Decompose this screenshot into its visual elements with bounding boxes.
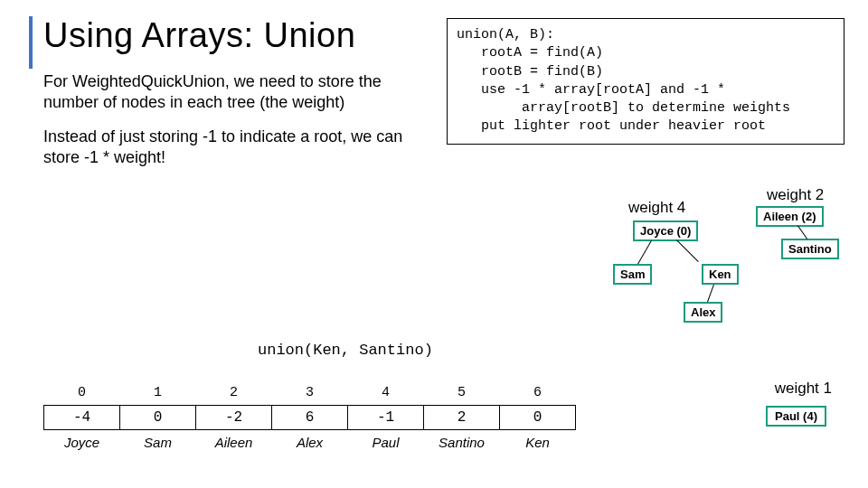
name-cell: Aileen [196,429,272,454]
node-alex: Alex [684,302,722,323]
value-row: -4 0 -2 6 -1 2 0 [44,405,576,429]
name-cell: Santino [424,429,500,454]
idx-cell: 5 [424,380,500,405]
idx-cell: 1 [120,380,196,405]
node-santino: Santino [781,239,839,259]
node-aileen: Aileen (2) [756,206,824,227]
name-cell: Joyce [44,429,120,454]
idx-cell: 4 [348,380,424,405]
val-cell: -2 [196,405,272,429]
weight-4-label: weight 4 [628,199,685,217]
union-call-text: union(Ken, Santino) [258,342,433,359]
node-ken: Ken [702,264,739,285]
weight-1-label: weight 1 [775,380,832,398]
idx-cell: 0 [44,380,120,405]
val-cell: -4 [44,405,120,429]
name-cell: Sam [120,429,196,454]
val-cell: 6 [272,405,348,429]
name-cell: Paul [348,429,424,454]
val-cell: 0 [500,405,576,429]
idx-cell: 2 [196,380,272,405]
idx-cell: 3 [272,380,348,405]
paragraph-1: For WeightedQuickUnion, we need to store… [43,71,432,112]
name-cell: Ken [500,429,576,454]
val-cell: 0 [120,405,196,429]
node-paul: Paul (4) [766,406,826,427]
array-table: 0 1 2 3 4 5 6 -4 0 -2 6 -1 2 0 Joyce Sam… [43,380,576,454]
val-cell: -1 [348,405,424,429]
accent-bar [29,16,33,69]
name-cell: Alex [272,429,348,454]
edge-aileen-santino [797,225,807,239]
edge-joyce-ken [676,239,699,262]
idx-cell: 6 [500,380,576,405]
weight-2-label: weight 2 [767,186,824,204]
node-sam: Sam [613,264,652,285]
pseudocode-box: union(A, B): rootA = find(A) rootB = fin… [447,18,844,145]
index-row: 0 1 2 3 4 5 6 [44,380,576,405]
node-joyce: Joyce (0) [633,221,698,241]
paragraph-2: Instead of just storing -1 to indicate a… [43,127,432,167]
val-cell: 2 [424,405,500,429]
name-row: Joyce Sam Aileen Alex Paul Santino Ken [44,429,576,454]
tree-diagram: weight 4 weight 2 Joyce (0) Aileen (2) S… [542,206,841,378]
